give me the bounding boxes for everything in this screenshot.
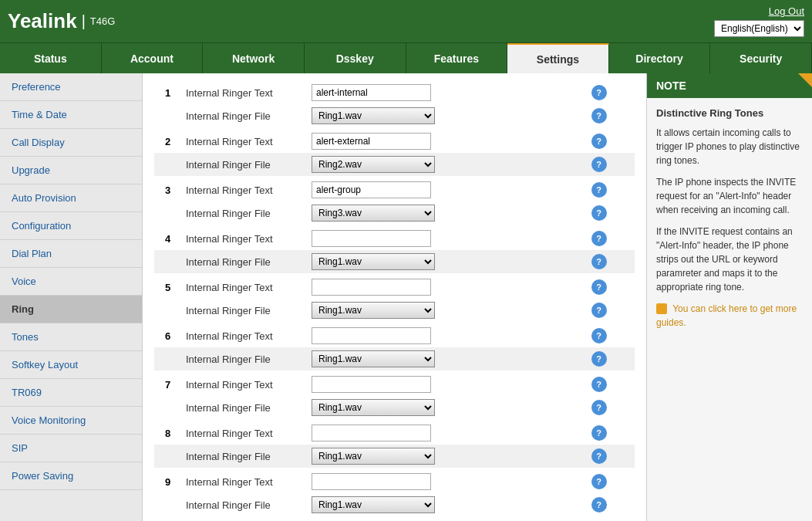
note-body2: The IP phone inspects the INVITE request… [656, 175, 803, 217]
ringer-text-label: Internal Ringer Text [181, 421, 308, 445]
sidebar-item-ring[interactable]: Ring [0, 296, 142, 323]
table-row: Internal Ringer FileRing1.wavRing2.wavRi… [154, 201, 635, 225]
ringer-file-select[interactable]: Ring1.wavRing2.wavRing3.wavRing4.wavRing… [312, 107, 435, 124]
ringer-file-select[interactable]: Ring1.wavRing2.wavRing3.wavRing4.wavRing… [312, 205, 435, 222]
ringer-text-input-cell [308, 178, 588, 201]
ringer-text-field[interactable] [312, 376, 431, 393]
ringer-text-input-cell [308, 421, 588, 445]
help-button[interactable]: ? [591, 182, 607, 198]
nav-item-security[interactable]: Security [710, 43, 812, 73]
ring-number: 4 [154, 227, 181, 250]
sidebar-item-sip[interactable]: SIP [0, 435, 142, 462]
help-button[interactable]: ? [591, 351, 607, 367]
help-button[interactable]: ? [591, 448, 607, 464]
table-row: Internal Ringer FileRing1.wavRing2.wavRi… [154, 250, 635, 273]
language-selector[interactable]: English(English) [714, 20, 804, 37]
sidebar-item-configuration[interactable]: Configuration [0, 212, 142, 240]
note-title: Distinctive Ring Tones [656, 106, 803, 121]
table-row: Internal Ringer FileRing1.wavRing2.wavRi… [154, 299, 635, 322]
navbar: StatusAccountNetworkDsskeyFeaturesSettin… [0, 42, 812, 73]
ringer-file-label: Internal Ringer File [181, 445, 308, 468]
sidebar-item-softkey-layout[interactable]: Softkey Layout [0, 351, 142, 379]
ringer-text-field[interactable] [312, 279, 431, 296]
help-button[interactable]: ? [591, 497, 607, 513]
help-button[interactable]: ? [591, 377, 607, 392]
nav-item-status[interactable]: Status [0, 43, 102, 73]
ringer-text-field[interactable] [312, 181, 431, 198]
note-body4-text[interactable]: You can click here to get more guides. [656, 303, 797, 328]
ringer-file-select[interactable]: Ring1.wavRing2.wavRing3.wavRing4.wavRing… [312, 253, 435, 270]
nav-item-account[interactable]: Account [102, 43, 204, 73]
sidebar-item-upgrade[interactable]: Upgrade [0, 157, 142, 184]
nav-item-directory[interactable]: Directory [609, 43, 711, 73]
ringer-file-label: Internal Ringer File [181, 299, 308, 322]
ring-number: 9 [154, 470, 181, 493]
help-button[interactable]: ? [591, 85, 607, 100]
table-row: Internal Ringer FileRing1.wavRing2.wavRi… [154, 445, 635, 468]
table-row: Internal Ringer FileRing1.wavRing2.wavRi… [154, 104, 635, 127]
help-button[interactable]: ? [591, 254, 607, 269]
sidebar-item-tr069[interactable]: TR069 [0, 379, 142, 407]
sidebar-item-time-date[interactable]: Time & Date [0, 101, 142, 129]
table-row: 8Internal Ringer Text? [154, 421, 635, 445]
ringer-text-field[interactable] [312, 230, 431, 247]
sidebar-item-voice[interactable]: Voice [0, 268, 142, 296]
help-button[interactable]: ? [591, 400, 607, 415]
ringer-text-input-cell [308, 324, 588, 347]
sidebar-item-dial-plan[interactable]: Dial Plan [0, 240, 142, 268]
help-button[interactable]: ? [591, 205, 607, 221]
ringer-file-select[interactable]: Ring1.wavRing2.wavRing3.wavRing4.wavRing… [312, 156, 435, 173]
ringer-text-field[interactable] [312, 327, 431, 344]
logo-text: Yealink [8, 9, 77, 33]
help-button[interactable]: ? [591, 425, 607, 441]
help-button[interactable]: ? [591, 108, 607, 123]
logout-button[interactable]: Log Out [769, 5, 804, 17]
note-header: NOTE [647, 73, 812, 98]
ringer-file-select[interactable]: Ring1.wavRing2.wavRing3.wavRing4.wavRing… [312, 302, 435, 319]
nav-item-network[interactable]: Network [203, 43, 305, 73]
language-dropdown[interactable]: English(English) [714, 20, 804, 37]
table-row: 3Internal Ringer Text? [154, 178, 635, 201]
table-row: 7Internal Ringer Text? [154, 373, 635, 396]
ringer-text-input-cell [308, 373, 588, 396]
table-row: 4Internal Ringer Text? [154, 227, 635, 250]
ringer-text-label: Internal Ringer Text [181, 470, 308, 493]
ringer-file-label: Internal Ringer File [181, 104, 308, 127]
ringer-file-select[interactable]: Ring1.wavRing2.wavRing3.wavRing4.wavRing… [312, 350, 435, 367]
ringer-file-select[interactable]: Ring1.wavRing2.wavRing3.wavRing4.wavRing… [312, 496, 435, 513]
ringer-file-label: Internal Ringer File [181, 201, 308, 225]
help-button[interactable]: ? [591, 231, 607, 246]
ring-number: 7 [154, 373, 181, 396]
ringer-file-select[interactable]: Ring1.wavRing2.wavRing3.wavRing4.wavRing… [312, 448, 435, 465]
sidebar-item-power-saving[interactable]: Power Saving [0, 462, 142, 490]
sidebar-item-tones[interactable]: Tones [0, 323, 142, 351]
help-button[interactable]: ? [591, 328, 607, 343]
ringer-text-field[interactable] [312, 425, 431, 441]
ringer-text-field[interactable] [312, 133, 431, 150]
nav-item-settings[interactable]: Settings [507, 43, 609, 73]
table-row: 2Internal Ringer Text? [154, 130, 635, 153]
ringer-text-field[interactable] [312, 473, 431, 490]
content-area: 1Internal Ringer Text?Internal Ringer Fi… [143, 73, 646, 521]
help-button[interactable]: ? [591, 134, 607, 149]
sidebar-item-preference[interactable]: Preference [0, 73, 142, 101]
ringer-text-input-cell [308, 276, 588, 299]
table-row: Internal Ringer FileRing1.wavRing2.wavRi… [154, 347, 635, 370]
sidebar-item-call-display[interactable]: Call Display [0, 129, 142, 157]
ringer-text-field[interactable] [312, 84, 431, 101]
ring-number: 3 [154, 178, 181, 201]
help-button[interactable]: ? [591, 157, 607, 172]
main-layout: PreferenceTime & DateCall DisplayUpgrade… [0, 73, 812, 521]
help-button[interactable]: ? [591, 279, 607, 295]
nav-item-dsskey[interactable]: Dsskey [305, 43, 406, 73]
ringer-text-input-cell [308, 81, 588, 104]
ringer-file-select[interactable]: Ring1.wavRing2.wavRing3.wavRing4.wavRing… [312, 399, 435, 416]
help-button[interactable]: ? [591, 303, 607, 318]
note-body3: If the INVITE request contains an "Alert… [656, 225, 803, 294]
help-button[interactable]: ? [591, 474, 607, 489]
table-row: Internal Ringer FileRing1.wavRing2.wavRi… [154, 493, 635, 516]
nav-item-features[interactable]: Features [406, 43, 508, 73]
ringer-text-label: Internal Ringer Text [181, 324, 308, 347]
sidebar-item-voice-monitoring[interactable]: Voice Monitoring [0, 407, 142, 435]
sidebar-item-auto-provision[interactable]: Auto Provision [0, 184, 142, 212]
